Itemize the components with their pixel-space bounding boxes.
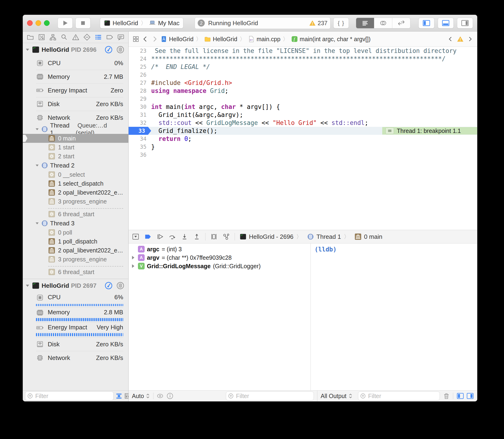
- code-line[interactable]: 33 Grid_finalize();Thread 1: breakpoint …: [129, 127, 477, 135]
- console-filter-input[interactable]: [368, 392, 438, 400]
- frame-row[interactable]: 6 thread_start: [23, 268, 128, 276]
- code-line[interactable]: 24**************************************…: [129, 55, 477, 63]
- frame-row[interactable]: 2 start: [23, 152, 128, 161]
- gauge-row-disk[interactable]: DiskZero KB/s: [23, 97, 128, 111]
- back-button-icon[interactable]: [142, 36, 149, 43]
- toggle-inspector-button[interactable]: [457, 18, 473, 28]
- toggle-navigator-button[interactable]: [418, 18, 434, 28]
- breadcrumb-project[interactable]: HelloGrid 〉: [161, 35, 202, 43]
- gauge-row-cpu[interactable]: CPU0%: [23, 56, 128, 70]
- gauge-row-memory[interactable]: Memory2.7 MB: [23, 70, 128, 84]
- minimize-window-button[interactable]: [35, 20, 41, 26]
- code-line[interactable]: 32 std::cout << GridLogMessage << "Hello…: [129, 119, 477, 127]
- debug-breadcrumb-frame[interactable]: 0 main: [354, 233, 382, 240]
- code-line[interactable]: 25/* END LEGAL */: [129, 63, 477, 71]
- close-window-button[interactable]: [27, 20, 33, 26]
- related-items-icon[interactable]: [132, 36, 139, 43]
- code-line[interactable]: 31 Grid_init(&argc,&argv);: [129, 111, 477, 119]
- code-line[interactable]: 35}: [129, 143, 477, 151]
- view-debugger-icon[interactable]: [210, 233, 218, 240]
- step-out-icon[interactable]: [193, 233, 200, 240]
- issues-indicator[interactable]: 237: [309, 20, 328, 27]
- debug-breadcrumb-process[interactable]: HelloGrid - 2696 〉: [240, 233, 302, 240]
- code-line[interactable]: 27#include <Grid/Grid.h>: [129, 79, 477, 87]
- gauge-row-disk[interactable]: DiskZero KB/s: [23, 337, 128, 351]
- quicklook-eye-icon[interactable]: [157, 393, 163, 399]
- memory-graph-icon[interactable]: [222, 233, 230, 240]
- project-navigator-icon[interactable]: [27, 33, 34, 41]
- code-line[interactable]: 36: [129, 151, 477, 159]
- show-variables-view-button[interactable]: [457, 392, 464, 400]
- previous-issue-icon[interactable]: [447, 36, 454, 42]
- navigator-filter-field[interactable]: [25, 391, 114, 401]
- continue-icon[interactable]: [156, 233, 164, 240]
- code-line[interactable]: 26: [129, 71, 477, 79]
- find-navigator-icon[interactable]: [60, 33, 68, 41]
- gauge-row-cpu[interactable]: CPU6%: [23, 292, 128, 307]
- frame-row[interactable]: 2 opal_libevent2022_ev…: [23, 246, 128, 255]
- debug-breadcrumb-thread[interactable]: Thread 1 〉: [307, 233, 350, 240]
- step-over-icon[interactable]: [169, 233, 176, 240]
- standard-editor-button[interactable]: [356, 18, 374, 28]
- code-line[interactable]: 29: [129, 95, 477, 103]
- variable-row[interactable]: VGrid::GridLogMessage(Grid::GridLogger): [129, 262, 311, 270]
- thread-row[interactable]: Thread 1 Queue:…d (serial): [23, 124, 128, 134]
- code-line[interactable]: 23 See the full license in the file "LIC…: [129, 47, 477, 55]
- breakpoint-indicator[interactable]: 33: [129, 127, 151, 135]
- code-line[interactable]: 34 return 0;: [129, 135, 477, 143]
- frame-row[interactable]: 0 poll: [23, 228, 128, 237]
- thread-row[interactable]: Thread 2: [23, 161, 128, 170]
- variable-row[interactable]: Aargv= (char **) 0x7ffee9039c28: [129, 253, 311, 262]
- breadcrumb-file[interactable]: C+ main.cpp 〉: [248, 35, 289, 43]
- activity-view[interactable]: 2 Running HelloGrid 237: [195, 17, 330, 29]
- gauge-row-energy-impact[interactable]: Energy ImpactZero: [23, 84, 128, 97]
- variables-view[interactable]: Aargc= (int) 3Aargv= (char **) 0x7ffee90…: [129, 244, 311, 390]
- report-navigator-icon[interactable]: [117, 33, 125, 41]
- stop-button[interactable]: [75, 18, 91, 28]
- zoom-window-button[interactable]: [44, 20, 50, 26]
- console-filter-field[interactable]: [358, 391, 440, 401]
- variables-filter-input[interactable]: [235, 392, 312, 400]
- breadcrumb-group[interactable]: HelloGrid 〉: [204, 35, 246, 43]
- symbol-navigator-icon[interactable]: [49, 33, 57, 41]
- show-console-view-button[interactable]: [466, 392, 474, 400]
- gauge-row-energy-impact[interactable]: Energy ImpactVery High: [23, 322, 128, 337]
- code-area[interactable]: 23 See the full license in the file "LIC…: [129, 47, 477, 230]
- breakpoint-navigator-icon[interactable]: [106, 33, 113, 41]
- frame-row[interactable]: 1 select_dispatch: [23, 179, 128, 188]
- frame-row[interactable]: 0 __select: [23, 170, 128, 179]
- frame-row[interactable]: 6 thread_start: [23, 210, 128, 219]
- filter-running-icon[interactable]: [116, 393, 122, 399]
- gauge-row-network[interactable]: NetworkZero KB/s: [23, 111, 128, 124]
- clear-console-trash-icon[interactable]: [443, 393, 450, 399]
- variables-filter-field[interactable]: [226, 391, 314, 401]
- breadcrumb-symbol[interactable]: f main(int argc, char * argv[]): [291, 36, 371, 43]
- navigator-filter-input[interactable]: [35, 392, 111, 400]
- assistant-editor-button[interactable]: [374, 18, 392, 28]
- hide-debug-area-icon[interactable]: [132, 233, 139, 240]
- console-view[interactable]: (lldb): [311, 244, 477, 390]
- version-editor-button[interactable]: [392, 18, 410, 28]
- scheme-selector[interactable]: HelloGrid 〉 My Mac: [100, 18, 183, 28]
- disclosure-triangle-icon[interactable]: [130, 255, 136, 260]
- frame-row[interactable]: 1 start: [23, 143, 128, 152]
- breakpoints-enabled-icon[interactable]: [144, 233, 152, 240]
- disclosure-triangle-icon[interactable]: [130, 264, 136, 269]
- next-issue-icon[interactable]: [467, 36, 473, 42]
- variables-scope-popup[interactable]: Auto: [132, 393, 150, 400]
- thread-row[interactable]: Thread 3: [23, 219, 128, 228]
- process-row[interactable]: HelloGridPID 2696: [23, 43, 128, 56]
- code-line[interactable]: 28using namespace Grid;: [129, 87, 477, 95]
- code-line[interactable]: 30int main(int argc, char * argv[]) {: [129, 103, 477, 111]
- code-review-button[interactable]: { }: [333, 18, 349, 28]
- forward-button-icon[interactable]: [151, 36, 158, 43]
- issue-navigator-icon[interactable]: [72, 33, 80, 41]
- gauge-row-memory[interactable]: Memory2.8 MB: [23, 307, 128, 322]
- console-output-popup[interactable]: All Output: [321, 393, 353, 400]
- frame-row[interactable]: 3 progress_engine: [23, 255, 128, 264]
- annotation-menu-icon[interactable]: [386, 128, 394, 134]
- frame-row[interactable]: 1 poll_dispatch: [23, 237, 128, 246]
- frame-row[interactable]: 3 progress_engine: [23, 197, 128, 206]
- debug-navigator-icon[interactable]: [94, 33, 102, 41]
- toggle-debug-area-button[interactable]: [438, 18, 454, 28]
